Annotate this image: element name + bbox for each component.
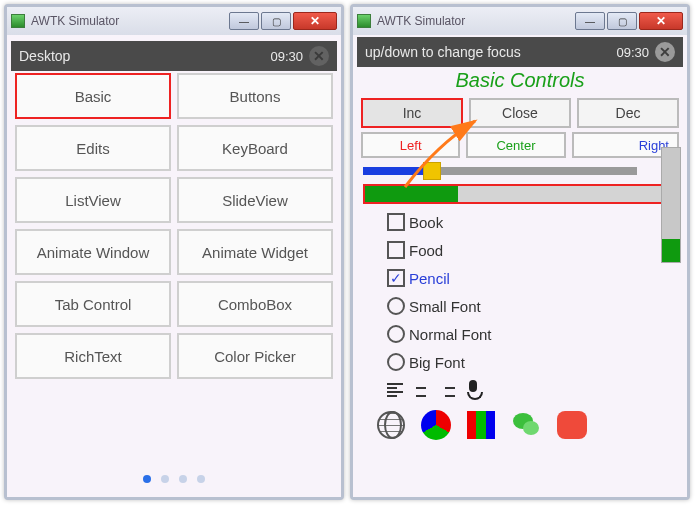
close-button[interactable]: ✕ (293, 12, 337, 30)
slider-thumb[interactable] (423, 162, 441, 180)
app-icon (11, 14, 25, 28)
checkbox-food[interactable]: Food (387, 236, 663, 264)
toolbar-align-row (357, 376, 683, 404)
menu-grid: BasicButtonsEditsKeyBoardListViewSlideVi… (11, 71, 337, 381)
bottom-icon-row (357, 404, 683, 446)
vertical-progress-fill (662, 239, 680, 262)
slider[interactable] (363, 164, 677, 178)
menu-tile-animate-widget[interactable]: Animate Widget (177, 229, 333, 275)
wechat-icon[interactable] (511, 411, 541, 439)
align-center-icon[interactable] (413, 383, 429, 397)
align-left-icon[interactable] (387, 383, 403, 397)
slider-fill (363, 167, 432, 175)
checkbox-icon: ✓ (387, 269, 405, 287)
minimize-button[interactable]: — (229, 12, 259, 30)
checkbox-label: Food (409, 242, 443, 259)
vertical-progress (661, 147, 681, 263)
radio-icon (387, 353, 405, 371)
menu-tile-listview[interactable]: ListView (15, 177, 171, 223)
app-icon (357, 14, 371, 28)
page-dot[interactable] (143, 475, 151, 483)
align-right-icon[interactable] (439, 383, 455, 397)
tab-center[interactable]: Center (466, 132, 565, 158)
radio-label: Big Font (409, 354, 465, 371)
progress-fill (365, 186, 458, 202)
window-title: AWTK Simulator (31, 14, 223, 28)
options-list: BookFood✓PencilSmall FontNormal FontBig … (357, 204, 683, 376)
page-indicator[interactable] (7, 475, 341, 483)
close-icon[interactable]: ✕ (655, 42, 675, 62)
page-dot[interactable] (179, 475, 187, 483)
checkbox-pencil[interactable]: ✓Pencil (387, 264, 663, 292)
menu-tile-animate-window[interactable]: Animate Window (15, 229, 171, 275)
page-title: Basic Controls (357, 67, 683, 96)
menu-tile-tab-control[interactable]: Tab Control (15, 281, 171, 327)
window-title: AWTK Simulator (377, 14, 569, 28)
radio-label: Normal Font (409, 326, 492, 343)
dec-button[interactable]: Dec (577, 98, 679, 128)
tricolor-circle-icon[interactable] (421, 410, 451, 440)
checkbox-icon (387, 241, 405, 259)
tab-row: LeftCenterRight (357, 130, 683, 160)
red-rounded-icon[interactable] (557, 411, 587, 439)
close-button[interactable]: ✕ (639, 12, 683, 30)
right-window: AWTK Simulator — ▢ ✕ up/down to change f… (350, 4, 690, 500)
checkbox-book[interactable]: Book (387, 208, 663, 236)
maximize-button[interactable]: ▢ (607, 12, 637, 30)
globe-icon[interactable] (377, 411, 405, 439)
radio-icon (387, 297, 405, 315)
checkbox-label: Pencil (409, 270, 450, 287)
slider-area (357, 160, 683, 178)
left-window: AWTK Simulator — ▢ ✕ Desktop 09:30 ✕ Bas… (4, 4, 344, 500)
menu-tile-color-picker[interactable]: Color Picker (177, 333, 333, 379)
menu-tile-edits[interactable]: Edits (15, 125, 171, 171)
checkbox-label: Book (409, 214, 443, 231)
menu-tile-richtext[interactable]: RichText (15, 333, 171, 379)
menu-tile-combobox[interactable]: ComboBox (177, 281, 333, 327)
inc-button[interactable]: Inc (361, 98, 463, 128)
radio-normal-font[interactable]: Normal Font (387, 320, 663, 348)
titlebar[interactable]: AWTK Simulator — ▢ ✕ (353, 7, 687, 35)
menu-tile-slideview[interactable]: SlideView (177, 177, 333, 223)
tricolor-square-icon[interactable] (467, 411, 495, 439)
close-icon[interactable]: ✕ (309, 46, 329, 66)
clock-label: 09:30 (270, 49, 303, 64)
progress-bar (363, 184, 677, 204)
menu-tile-keyboard[interactable]: KeyBoard (177, 125, 333, 171)
right-content: up/down to change focus 09:30 ✕ Basic Co… (353, 35, 687, 497)
maximize-button[interactable]: ▢ (261, 12, 291, 30)
radio-icon (387, 325, 405, 343)
radio-big-font[interactable]: Big Font (387, 348, 663, 376)
mic-icon[interactable] (465, 380, 481, 400)
app-header-title: Desktop (19, 48, 270, 64)
close-button[interactable]: Close (469, 98, 571, 128)
button-row: IncCloseDec (357, 96, 683, 130)
app-header: Desktop 09:30 ✕ (11, 41, 337, 71)
menu-tile-basic[interactable]: Basic (15, 73, 171, 119)
titlebar[interactable]: AWTK Simulator — ▢ ✕ (7, 7, 341, 35)
app-header-title: up/down to change focus (365, 44, 616, 60)
minimize-button[interactable]: — (575, 12, 605, 30)
page-dot[interactable] (161, 475, 169, 483)
app-header: up/down to change focus 09:30 ✕ (357, 37, 683, 67)
checkbox-icon (387, 213, 405, 231)
tab-left[interactable]: Left (361, 132, 460, 158)
left-content: Desktop 09:30 ✕ BasicButtonsEditsKeyBoar… (7, 35, 341, 497)
page-dot[interactable] (197, 475, 205, 483)
radio-label: Small Font (409, 298, 481, 315)
clock-label: 09:30 (616, 45, 649, 60)
menu-tile-buttons[interactable]: Buttons (177, 73, 333, 119)
radio-small-font[interactable]: Small Font (387, 292, 663, 320)
